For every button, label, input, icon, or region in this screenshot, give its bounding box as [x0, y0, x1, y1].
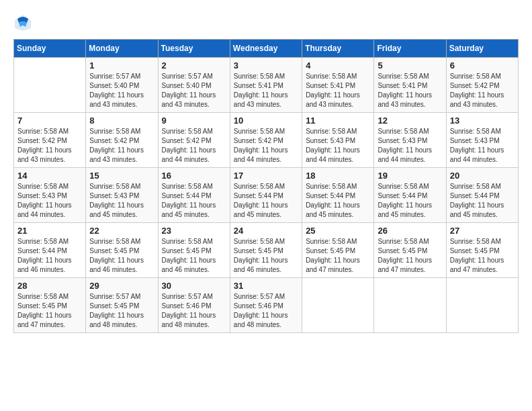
calendar-cell: 19Sunrise: 5:58 AM Sunset: 5:44 PM Dayli… [374, 168, 446, 223]
day-number: 22 [89, 226, 154, 236]
calendar-cell: 24Sunrise: 5:58 AM Sunset: 5:45 PM Dayli… [230, 223, 302, 278]
weekday-header-friday: Friday [374, 40, 446, 58]
day-info: Sunrise: 5:58 AM Sunset: 5:44 PM Dayligh… [234, 182, 298, 220]
day-info: Sunrise: 5:58 AM Sunset: 5:43 PM Dayligh… [450, 127, 515, 165]
day-info: Sunrise: 5:58 AM Sunset: 5:44 PM Dayligh… [306, 182, 370, 220]
calendar-cell [446, 278, 518, 333]
day-number: 25 [306, 226, 370, 236]
day-info: Sunrise: 5:58 AM Sunset: 5:41 PM Dayligh… [234, 72, 298, 109]
day-number: 18 [306, 171, 370, 181]
calendar-week-row: 7Sunrise: 5:58 AM Sunset: 5:42 PM Daylig… [14, 113, 519, 168]
calendar-week-row: 28Sunrise: 5:58 AM Sunset: 5:45 PM Dayli… [14, 278, 519, 333]
day-info: Sunrise: 5:58 AM Sunset: 5:44 PM Dayligh… [17, 237, 82, 275]
day-number: 24 [234, 226, 298, 236]
calendar-table: SundayMondayTuesdayWednesdayThursdayFrid… [13, 39, 519, 333]
day-info: Sunrise: 5:57 AM Sunset: 5:45 PM Dayligh… [89, 292, 154, 330]
day-info: Sunrise: 5:58 AM Sunset: 5:45 PM Dayligh… [234, 237, 298, 275]
day-number: 11 [306, 116, 370, 126]
calendar-cell [302, 278, 374, 333]
day-info: Sunrise: 5:57 AM Sunset: 5:46 PM Dayligh… [234, 292, 298, 330]
weekday-header-row: SundayMondayTuesdayWednesdayThursdayFrid… [14, 40, 519, 58]
day-info: Sunrise: 5:58 AM Sunset: 5:44 PM Dayligh… [378, 182, 442, 220]
calendar-cell: 11Sunrise: 5:58 AM Sunset: 5:43 PM Dayli… [302, 113, 374, 168]
day-info: Sunrise: 5:58 AM Sunset: 5:41 PM Dayligh… [378, 72, 442, 109]
calendar-cell: 15Sunrise: 5:58 AM Sunset: 5:43 PM Dayli… [86, 168, 158, 223]
day-info: Sunrise: 5:57 AM Sunset: 5:40 PM Dayligh… [89, 72, 154, 109]
day-info: Sunrise: 5:58 AM Sunset: 5:45 PM Dayligh… [306, 237, 370, 275]
calendar-cell: 23Sunrise: 5:58 AM Sunset: 5:45 PM Dayli… [158, 223, 230, 278]
day-info: Sunrise: 5:58 AM Sunset: 5:42 PM Dayligh… [17, 127, 82, 165]
calendar-cell [14, 58, 86, 113]
day-number: 23 [162, 226, 226, 236]
calendar-cell: 9Sunrise: 5:58 AM Sunset: 5:42 PM Daylig… [158, 113, 230, 168]
day-number: 10 [234, 116, 298, 126]
calendar-cell: 1Sunrise: 5:57 AM Sunset: 5:40 PM Daylig… [86, 58, 158, 113]
calendar-cell: 31Sunrise: 5:57 AM Sunset: 5:46 PM Dayli… [230, 278, 302, 333]
day-number: 16 [162, 171, 226, 181]
weekday-header-saturday: Saturday [446, 40, 518, 58]
weekday-header-monday: Monday [86, 40, 158, 58]
day-info: Sunrise: 5:58 AM Sunset: 5:41 PM Dayligh… [306, 72, 370, 109]
calendar-cell: 28Sunrise: 5:58 AM Sunset: 5:45 PM Dayli… [14, 278, 86, 333]
calendar-week-row: 14Sunrise: 5:58 AM Sunset: 5:43 PM Dayli… [14, 168, 519, 223]
calendar-cell: 22Sunrise: 5:58 AM Sunset: 5:45 PM Dayli… [86, 223, 158, 278]
day-info: Sunrise: 5:58 AM Sunset: 5:43 PM Dayligh… [306, 127, 370, 165]
calendar-cell: 14Sunrise: 5:58 AM Sunset: 5:43 PM Dayli… [14, 168, 86, 223]
calendar-cell: 26Sunrise: 5:58 AM Sunset: 5:45 PM Dayli… [374, 223, 446, 278]
day-number: 21 [17, 226, 82, 236]
day-info: Sunrise: 5:58 AM Sunset: 5:45 PM Dayligh… [89, 237, 154, 275]
day-number: 4 [306, 60, 370, 71]
calendar-week-row: 1Sunrise: 5:57 AM Sunset: 5:40 PM Daylig… [14, 58, 519, 113]
calendar-cell: 7Sunrise: 5:58 AM Sunset: 5:42 PM Daylig… [14, 113, 86, 168]
day-number: 17 [234, 171, 298, 181]
calendar-cell: 27Sunrise: 5:58 AM Sunset: 5:45 PM Dayli… [446, 223, 518, 278]
day-number: 20 [450, 171, 515, 181]
calendar-cell: 21Sunrise: 5:58 AM Sunset: 5:44 PM Dayli… [14, 223, 86, 278]
day-number: 31 [234, 281, 298, 291]
day-number: 19 [378, 171, 442, 181]
day-info: Sunrise: 5:58 AM Sunset: 5:45 PM Dayligh… [378, 237, 442, 275]
calendar-cell: 20Sunrise: 5:58 AM Sunset: 5:44 PM Dayli… [446, 168, 518, 223]
calendar-cell: 5Sunrise: 5:58 AM Sunset: 5:41 PM Daylig… [374, 58, 446, 113]
calendar-week-row: 21Sunrise: 5:58 AM Sunset: 5:44 PM Dayli… [14, 223, 519, 278]
day-info: Sunrise: 5:58 AM Sunset: 5:42 PM Dayligh… [162, 127, 226, 165]
weekday-header-tuesday: Tuesday [158, 40, 230, 58]
calendar-cell: 29Sunrise: 5:57 AM Sunset: 5:45 PM Dayli… [86, 278, 158, 333]
day-number: 30 [162, 281, 226, 291]
logo [13, 13, 34, 32]
day-info: Sunrise: 5:58 AM Sunset: 5:43 PM Dayligh… [89, 182, 154, 220]
calendar-cell: 6Sunrise: 5:58 AM Sunset: 5:42 PM Daylig… [446, 58, 518, 113]
day-number: 6 [450, 60, 515, 71]
day-number: 29 [89, 281, 154, 291]
calendar-cell: 30Sunrise: 5:57 AM Sunset: 5:46 PM Dayli… [158, 278, 230, 333]
day-info: Sunrise: 5:58 AM Sunset: 5:44 PM Dayligh… [450, 182, 515, 220]
day-number: 13 [450, 116, 515, 126]
day-number: 3 [234, 60, 298, 71]
calendar-cell: 4Sunrise: 5:58 AM Sunset: 5:41 PM Daylig… [302, 58, 374, 113]
day-number: 15 [89, 171, 154, 181]
weekday-header-thursday: Thursday [302, 40, 374, 58]
day-info: Sunrise: 5:58 AM Sunset: 5:43 PM Dayligh… [378, 127, 442, 165]
day-number: 14 [17, 171, 82, 181]
day-number: 27 [450, 226, 515, 236]
calendar-cell: 12Sunrise: 5:58 AM Sunset: 5:43 PM Dayli… [374, 113, 446, 168]
day-info: Sunrise: 5:57 AM Sunset: 5:46 PM Dayligh… [162, 292, 226, 330]
calendar-cell: 2Sunrise: 5:57 AM Sunset: 5:40 PM Daylig… [158, 58, 230, 113]
day-number: 8 [89, 116, 154, 126]
calendar-cell: 18Sunrise: 5:58 AM Sunset: 5:44 PM Dayli… [302, 168, 374, 223]
day-info: Sunrise: 5:58 AM Sunset: 5:42 PM Dayligh… [450, 72, 515, 109]
calendar-cell: 13Sunrise: 5:58 AM Sunset: 5:43 PM Dayli… [446, 113, 518, 168]
day-number: 28 [17, 281, 82, 291]
day-number: 2 [162, 60, 226, 71]
day-number: 7 [17, 116, 82, 126]
calendar-cell [374, 278, 446, 333]
day-number: 12 [378, 116, 442, 126]
day-info: Sunrise: 5:57 AM Sunset: 5:40 PM Dayligh… [162, 72, 226, 109]
logo-icon [13, 13, 32, 32]
page-header [13, 13, 519, 32]
day-number: 9 [162, 116, 226, 126]
calendar-cell: 10Sunrise: 5:58 AM Sunset: 5:42 PM Dayli… [230, 113, 302, 168]
weekday-header-sunday: Sunday [14, 40, 86, 58]
day-info: Sunrise: 5:58 AM Sunset: 5:44 PM Dayligh… [162, 182, 226, 220]
calendar-cell: 3Sunrise: 5:58 AM Sunset: 5:41 PM Daylig… [230, 58, 302, 113]
